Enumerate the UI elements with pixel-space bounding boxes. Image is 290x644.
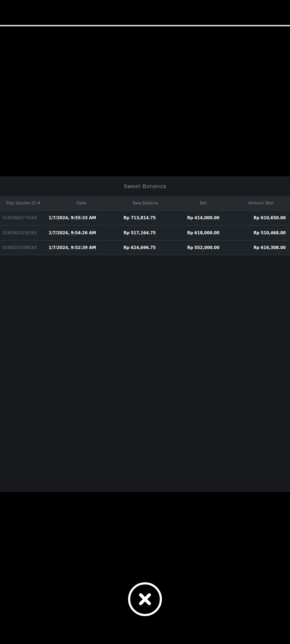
cell-amount-won: Rp 610,650.00 bbox=[232, 211, 290, 225]
cell-bet: Rp 552,000.00 bbox=[175, 241, 232, 255]
play-history-panel: Sweet Bonanza Play Session ID # Date New… bbox=[0, 176, 290, 492]
table-row: 31405615195163 1/7/2024, 9:54:26 AM Rp 5… bbox=[0, 225, 290, 240]
cell-new-balance: Rp 713,814.75 bbox=[116, 211, 175, 225]
panel-title-bar: Sweet Bonanza bbox=[0, 176, 290, 196]
game-title: Sweet Bonanza bbox=[124, 183, 166, 189]
table-row: 31405535788163 1/7/2024, 9:52:39 AM Rp 6… bbox=[0, 240, 290, 255]
cell-date: 1/7/2024, 9:55:33 AM bbox=[46, 211, 116, 225]
cell-date: 1/7/2024, 9:54:26 AM bbox=[46, 226, 116, 240]
cell-amount-won: Rp 616,308.00 bbox=[232, 241, 290, 255]
cell-play-session-id: 31405665774163 bbox=[0, 211, 46, 225]
header-amount-won: Amount Won bbox=[232, 196, 290, 210]
close-x-icon bbox=[130, 584, 160, 614]
cell-date: 1/7/2024, 9:52:39 AM bbox=[46, 241, 116, 255]
cell-play-session-id: 31405535788163 bbox=[0, 241, 46, 255]
table-header-row: Play Session ID # Date New Balance Bet A… bbox=[0, 196, 290, 210]
close-button[interactable] bbox=[128, 582, 162, 616]
cell-amount-won: Rp 510,468.00 bbox=[232, 226, 290, 240]
header-bet: Bet bbox=[175, 196, 232, 210]
cell-new-balance: Rp 517,164.75 bbox=[116, 226, 175, 240]
cell-new-balance: Rp 624,696.75 bbox=[116, 241, 175, 255]
cell-play-session-id: 31405615195163 bbox=[0, 226, 46, 240]
cell-bet: Rp 618,000.00 bbox=[175, 226, 232, 240]
header-date: Date bbox=[46, 196, 116, 210]
table-row: 31405665774163 1/7/2024, 9:55:33 AM Rp 7… bbox=[0, 210, 290, 225]
header-new-balance: New Balance bbox=[116, 196, 175, 210]
table-body: 31405665774163 1/7/2024, 9:55:33 AM Rp 7… bbox=[0, 210, 290, 255]
top-divider-line bbox=[0, 25, 290, 26]
cell-bet: Rp 414,000.00 bbox=[175, 211, 232, 225]
header-play-session-id: Play Session ID # bbox=[0, 196, 46, 210]
